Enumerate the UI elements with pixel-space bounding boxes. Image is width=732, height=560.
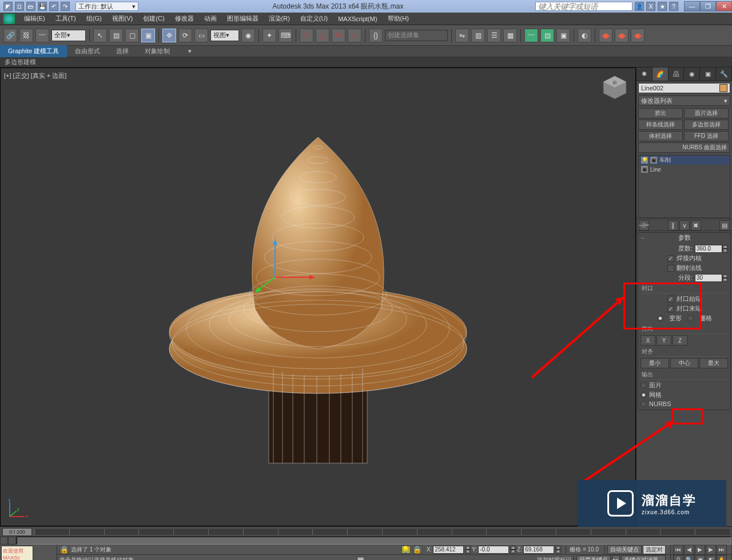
play-icon[interactable]: ▶ — [695, 545, 705, 555]
morph-radio[interactable] — [657, 315, 663, 321]
select-by-name-icon[interactable]: ▤ — [109, 29, 123, 42]
weld-core-checkbox[interactable] — [667, 255, 674, 262]
menu-modifiers[interactable]: 修改器 — [170, 13, 198, 24]
snap-2d-icon[interactable]: 3 — [300, 29, 313, 42]
save-icon[interactable]: 💾 — [38, 2, 47, 11]
undo-icon[interactable]: ↶ — [49, 2, 58, 11]
new-icon[interactable]: 🗋 — [15, 2, 24, 11]
material-editor-icon[interactable]: ◐ — [578, 29, 591, 42]
object-name-field[interactable]: Line002 — [638, 83, 730, 93]
remove-modifier-icon[interactable]: ✖ — [691, 220, 701, 231]
app-menu-icon[interactable]: ◤ — [3, 2, 13, 11]
show-end-result-icon[interactable]: ∥ — [668, 220, 678, 231]
tab-hierarchy-icon[interactable]: 品 — [669, 67, 685, 81]
add-time-tag[interactable]: 添加时间标记 — [537, 556, 571, 561]
search-input[interactable] — [535, 2, 632, 11]
nav-zoomall-icon[interactable]: ▣ — [695, 555, 705, 561]
ribbon-toggle-icon[interactable]: ▦ — [503, 29, 517, 42]
direction-y-button[interactable]: Y — [657, 335, 671, 345]
dope-sheet-icon[interactable]: ▤ — [540, 29, 554, 42]
exchange-icon[interactable]: X — [646, 2, 655, 11]
angle-snap-icon[interactable]: △ — [316, 29, 329, 42]
x-coord-field[interactable]: X:▲▼ — [427, 546, 471, 554]
z-coord-field[interactable]: Z:▲▼ — [517, 546, 561, 554]
open-icon[interactable]: 🗁 — [26, 2, 35, 11]
lightbulb-icon[interactable]: 💡 — [641, 157, 648, 164]
lock-selection-icon[interactable]: 🔒 — [59, 546, 69, 554]
unlink-icon[interactable]: ⛓ — [19, 29, 33, 42]
ribbon-tab-paint[interactable]: 对象绘制 — [137, 45, 178, 57]
nav-zoom-icon[interactable]: 🔍 — [684, 555, 694, 561]
rollout-title[interactable]: 参数 — [638, 233, 730, 242]
isolate-selection-icon[interactable]: 💡 — [401, 546, 411, 554]
trackbar[interactable] — [0, 537, 732, 545]
nav-pan-icon[interactable]: ✋ — [717, 555, 727, 561]
direction-z-button[interactable]: Z — [673, 335, 687, 345]
menu-maxscript[interactable]: MAXScript(M) — [333, 14, 381, 23]
abs-rel-toggle-icon[interactable]: ▦ — [356, 556, 365, 561]
close-button[interactable]: ✕ — [716, 1, 732, 11]
output-patch-radio[interactable] — [640, 382, 647, 388]
modset-splinesel[interactable]: 样条线选择 — [638, 120, 683, 130]
select-rotate-icon[interactable]: ⟳ — [178, 29, 192, 42]
key-big-icon[interactable]: ⊷ — [612, 555, 620, 561]
keyboard-shortcut-icon[interactable]: ⌨ — [279, 29, 292, 42]
menu-grapheditors[interactable]: 图形编辑器 — [222, 13, 263, 24]
y-coord-field[interactable]: Y:▲▼ — [472, 546, 516, 554]
menu-animation[interactable]: 动画 — [200, 13, 221, 24]
modset-patchsel[interactable]: 面片选择 — [684, 108, 729, 118]
viewcube-icon[interactable]: 前 — [601, 74, 628, 101]
render-setup-icon[interactable]: 🫖 — [599, 29, 612, 42]
viewport-label[interactable]: [+] [正交] [真实 + 边面] — [4, 72, 66, 80]
workspace-dropdown[interactable]: 工作台: 默认▾ — [75, 2, 138, 11]
pivot-center-icon[interactable]: ◉ — [241, 29, 255, 42]
tab-utilities-icon[interactable]: 🔧 — [716, 67, 732, 81]
window-crossing-icon[interactable]: ▣ — [141, 29, 155, 42]
degrees-spinner[interactable]: ▲▼ — [695, 245, 728, 253]
menu-customize[interactable]: 自定义(U) — [296, 13, 332, 24]
signin-icon[interactable]: 👤 — [635, 2, 644, 11]
schematic-view-icon[interactable]: ▣ — [556, 29, 570, 42]
maxscript-listener[interactable]: 欢迎使用 MAXSc — [1, 546, 33, 560]
menu-create[interactable]: 创建(C) — [138, 13, 169, 24]
keyfilter-button[interactable]: 关键点过滤器... — [621, 555, 666, 561]
align-min-button[interactable]: 最小 — [640, 358, 669, 368]
segments-spinner[interactable]: ▲▼ — [695, 274, 728, 282]
align-max-button[interactable]: 最大 — [699, 358, 728, 368]
redo-icon[interactable]: ↷ — [61, 2, 70, 11]
ribbon-tab-freeform[interactable]: 自由形式 — [67, 45, 108, 57]
tab-motion-icon[interactable]: ◉ — [684, 67, 700, 81]
time-slider[interactable]: 0 / 100 — [2, 528, 32, 536]
named-selection-sets[interactable]: 创建选择集 — [385, 30, 448, 41]
menu-group[interactable]: 组(G) — [82, 13, 106, 24]
make-unique-icon[interactable]: ∨ — [679, 220, 690, 231]
modifier-stack[interactable]: 💡 ▣ 车削 ▣ Line — [638, 155, 730, 218]
menu-help[interactable]: 帮助(H) — [383, 13, 413, 24]
percent-snap-icon[interactable]: % — [332, 29, 345, 42]
expand-icon[interactable]: ▣ — [650, 157, 657, 164]
render-frame-icon[interactable]: 🫖 — [615, 29, 628, 42]
minimize-button[interactable]: — — [684, 1, 700, 11]
help-icon[interactable]: ? — [669, 2, 678, 11]
ribbon-tab-graphite[interactable]: Graphite 建模工具 — [0, 45, 67, 57]
menu-rendering[interactable]: 渲染(R) — [264, 13, 295, 24]
ribbon-collapse-icon[interactable]: ▾ — [180, 46, 200, 57]
goto-start-icon[interactable]: ⏮ — [673, 545, 683, 555]
modset-ffdsel[interactable]: FFD 选择 — [684, 131, 729, 141]
menu-edit[interactable]: 编辑(E) — [19, 13, 50, 24]
time-config-icon[interactable]: 0 — [673, 555, 683, 561]
select-object-icon[interactable]: ↖ — [93, 29, 107, 42]
nav-fov-icon[interactable]: ◧ — [706, 555, 716, 561]
menu-tools[interactable]: 工具(T) — [51, 13, 81, 24]
maximize-button[interactable]: ❐ — [700, 1, 716, 11]
modifier-list-dropdown[interactable]: 修改器列表▾ — [638, 96, 730, 106]
cap-end-checkbox[interactable] — [667, 305, 674, 312]
grid-radio[interactable] — [687, 315, 694, 321]
app-icon[interactable] — [3, 14, 15, 24]
select-move-icon[interactable]: ✥ — [162, 29, 176, 42]
keymode-dropdown[interactable]: 选定对 — [643, 545, 666, 554]
mirror-icon[interactable]: ⇋ — [455, 29, 469, 42]
flip-normals-checkbox[interactable] — [667, 265, 674, 272]
selection-filter[interactable]: 全部 ▾ — [51, 30, 86, 41]
modset-nurbs[interactable]: NURBS 曲面选择 — [638, 142, 730, 153]
